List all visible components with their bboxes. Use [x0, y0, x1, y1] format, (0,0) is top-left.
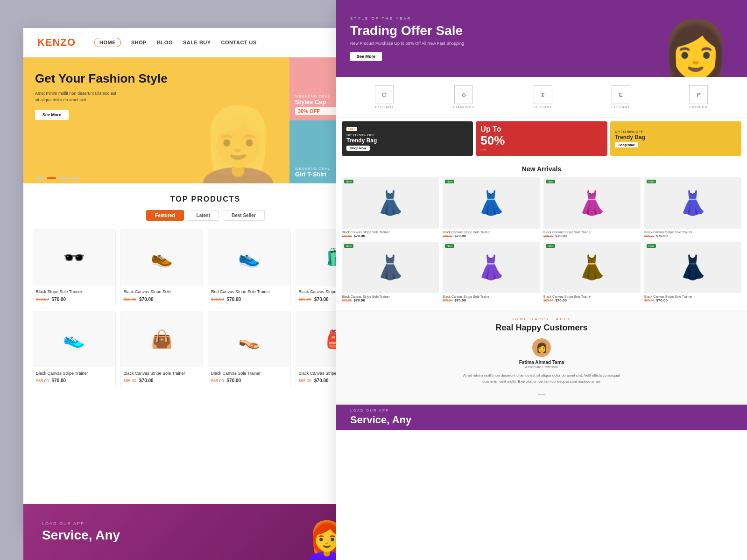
promo-banner-50off[interactable]: Up To 50% Off — [476, 121, 607, 156]
brand-icon-elegant-2: E — [534, 85, 552, 104]
price-new-7: $70.00 — [227, 378, 241, 383]
product-img-3 — [208, 230, 290, 286]
arrival-card-8[interactable]: New Black Canvas Stripe Sole Trainer $65… — [644, 242, 741, 302]
arrival-img-dress-2 — [477, 189, 506, 217]
tab-latest[interactable]: Latest — [188, 210, 219, 221]
logo-accent: O — [67, 36, 76, 48]
nav-link-blog[interactable]: BLOG — [157, 40, 173, 45]
product-name-1: Black Stripe Sole Trainer — [36, 289, 113, 295]
arrival-prices-3: $65.00 $70.00 — [543, 234, 641, 238]
arrival-name-4: Black Canvas Stripe Sole Trainer — [644, 231, 741, 234]
right-panel: Style Of The Year Trading Offer Sale New… — [336, 0, 747, 560]
tab-featured[interactable]: Featured — [146, 210, 183, 221]
footer-service-title: Service, Any — [350, 414, 411, 426]
dot-4[interactable] — [70, 177, 79, 179]
right-hero-description: New Product Purchase Up to 50% Off All N… — [350, 41, 658, 46]
product-card-6[interactable]: Black Canvas Stripe Sole Trainer $65.00 … — [120, 311, 204, 388]
arrival-card-7[interactable]: New Black Canvas Stripe Sole Trainer $65… — [543, 242, 641, 302]
arrival-new-2: $70.00 — [454, 234, 465, 238]
arrival-card-5[interactable]: New Black Canvas Stripe Sole Trainer $65… — [342, 242, 439, 302]
customer-name: Fatima Ahmad Tama — [345, 360, 738, 365]
product-img-7 — [208, 311, 290, 367]
hero-model-decoration: 👱‍♀️ — [191, 109, 285, 183]
arrival-badge-8: New — [647, 244, 656, 248]
dot-1[interactable] — [35, 177, 44, 179]
arrival-img-2 — [443, 177, 540, 229]
nav-link-shop[interactable]: SHOP — [131, 40, 147, 45]
brand-diamonds[interactable]: ◇ DIAMONDS — [453, 85, 474, 109]
arrival-new-3: $70.00 — [555, 234, 566, 238]
product-img-2 — [121, 230, 203, 286]
dot-3[interactable] — [58, 177, 68, 179]
happy-customers-label: SOME HAPPY FACES — [345, 317, 738, 321]
arrival-card-4[interactable]: New Black Canvas Stripe Sole Trainer $65… — [644, 177, 741, 238]
hero-cta-button[interactable]: See More — [35, 110, 69, 120]
footer-strip: LOAD OUR APP Service, Any — [336, 405, 747, 430]
nav-link-contact[interactable]: CONTACT US — [221, 40, 257, 45]
price-old-7: $65.00 — [211, 378, 224, 383]
arrival-old-8: $65.00 — [644, 299, 654, 302]
logo[interactable]: KENZO — [37, 36, 76, 49]
arrival-img-4 — [644, 177, 741, 229]
arrival-card-2[interactable]: New Black Canvas Stripe Sole Trainer $65… — [443, 177, 540, 238]
bottom-partial-strip: LOAD OUR APP Service, Any 👩‍🦰 — [23, 504, 388, 560]
brand-elegant-1[interactable]: ⬡ ELEGANT — [375, 85, 394, 109]
brand-name-elegant-3: ELEGANT — [612, 105, 630, 109]
arrival-card-3[interactable]: New Black Canvas Stripe Sole Trainer $65… — [543, 177, 641, 238]
price-old-5: $65.00 — [36, 378, 49, 383]
new-arrivals-section: New Arrivals New Black Canvas Stripe Sol… — [336, 160, 747, 310]
product-name-5: Black Canvas Stripe Trainer — [36, 371, 113, 377]
arrival-img-7 — [543, 242, 641, 293]
arrival-old-6: $65.00 — [443, 299, 452, 302]
brand-icon-premium: P — [689, 85, 708, 104]
promo-banners: HOT Up to 50% Off Trendy Bag Shop Now Up… — [336, 118, 747, 160]
promo-banner-trendy-yellow[interactable]: Up to 50% Off Trendy Bag Shop Now — [610, 121, 741, 156]
product-card-1[interactable]: Black Stripe Sole Trainer $65.00 $70.00 — [33, 229, 116, 306]
product-card-2[interactable]: Black Canvas Stripe Sole $65.00 $70.00 — [120, 229, 204, 306]
price-new-3: $70.00 — [227, 297, 241, 302]
brand-icon-elegant-1: ⬡ — [375, 85, 394, 104]
arrival-card-6[interactable]: New Black Canvas Stripe Sole Trainer $65… — [443, 242, 540, 302]
promo-upto-yellow: Up to 50% Off — [615, 130, 643, 134]
arrival-card-1[interactable]: New Black Canvas Stripe Sole Trainer $65… — [342, 177, 439, 238]
promo-banner-trendy-dark[interactable]: HOT Up to 50% Off Trendy Bag Shop Now — [342, 121, 473, 156]
arrival-badge-3: New — [546, 180, 555, 183]
nav-link-home[interactable]: HOME — [94, 38, 121, 47]
tab-bestseller[interactable]: Best Seller — [223, 210, 265, 221]
product-info-6: Black Canvas Stripe Sole Trainer $65.00 … — [121, 367, 203, 387]
dot-2[interactable] — [47, 177, 56, 179]
promo-title-yellow: Trendy Bag — [615, 134, 645, 140]
price-new-2: $70.00 — [139, 297, 154, 302]
arrival-name-6: Black Canvas Stripe Sole Trainer — [443, 295, 540, 298]
brand-elegant-3[interactable]: E ELEGANT — [612, 85, 630, 109]
right-hero-text: Style Of The Year Trading Offer Sale New… — [350, 16, 658, 61]
nav-link-salebuy[interactable]: SALE BUY — [183, 40, 211, 45]
happy-customers-section: SOME HAPPY FACES Real Happy Customers 👩 … — [336, 310, 747, 405]
bottom-app-label: LOAD OUR APP — [42, 521, 120, 526]
product-card-3[interactable]: Red Canvas Stripe Sole Trainer $65.00 $7… — [208, 229, 291, 306]
product-card-5[interactable]: Black Canvas Stripe Trainer $65.00 $70.0… — [33, 311, 116, 388]
right-hero-cta-button[interactable]: See More — [350, 52, 382, 61]
promo-shop-yellow-button[interactable]: Shop Now — [615, 142, 638, 147]
arrival-img-dress-4 — [678, 189, 707, 217]
product-name-2: Black Canvas Stripe Sole — [124, 289, 200, 295]
product-info-7: Black Canvas Sole Trainer $65.00 $70.00 — [208, 367, 290, 387]
arrival-name-2: Black Canvas Stripe Sole Trainer — [443, 231, 540, 234]
arrival-prices-2: $65.00 $70.00 — [443, 234, 540, 238]
price-new-4: $70.00 — [314, 297, 329, 302]
promo-shop-dark-button[interactable]: Shop Now — [346, 146, 370, 151]
product-info-5: Black Canvas Stripe Trainer $65.00 $70.0… — [33, 367, 115, 387]
hero-section: Get Your Fashion Style Amet minim mollit… — [23, 57, 388, 183]
brand-premium[interactable]: P PREMIUM — [689, 85, 708, 109]
product-card-7[interactable]: Black Canvas Sole Trainer $65.00 $70.00 — [208, 311, 291, 388]
arrival-img-6 — [443, 242, 540, 293]
arrival-badge-7: New — [546, 244, 555, 248]
right-hero-banner: Style Of The Year Trading Offer Sale New… — [336, 0, 747, 77]
arrival-badge-4: New — [647, 180, 656, 183]
nav-links: HOME SHOP BLOG SALE BUY CONTACT US — [94, 38, 348, 47]
price-old-6: $65.00 — [124, 378, 137, 383]
brand-name-elegant-2: ELEGANT — [534, 105, 552, 109]
hero-dots — [35, 177, 79, 179]
brand-elegant-2[interactable]: E ELEGANT — [534, 85, 552, 109]
arrival-img-dress-1 — [376, 189, 405, 217]
